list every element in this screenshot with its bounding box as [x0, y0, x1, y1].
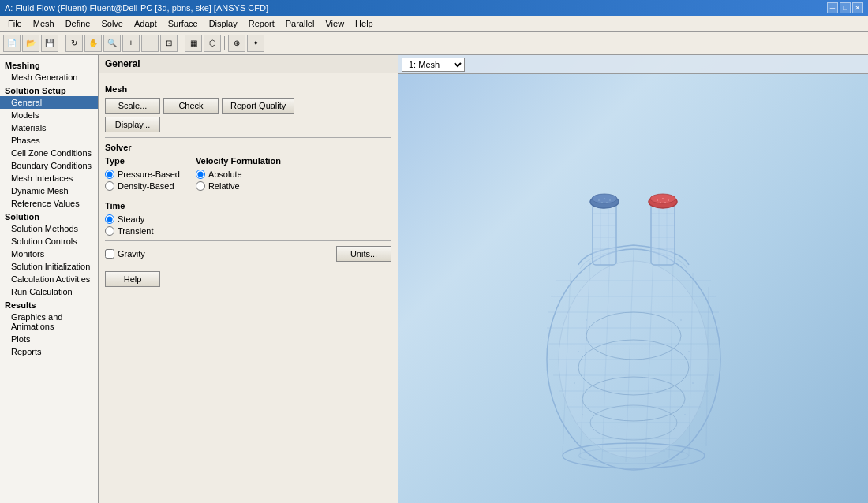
- svg-point-62: [582, 414, 583, 415]
- absolute-label: Absolute: [208, 170, 242, 179]
- gravity-checkbox[interactable]: [105, 249, 114, 259]
- open-btn[interactable]: 📂: [22, 35, 39, 52]
- density-based-option[interactable]: Density-Based: [105, 181, 180, 191]
- help-row: Help: [105, 271, 391, 287]
- maximize-button[interactable]: □: [840, 2, 851, 13]
- menu-report[interactable]: Report: [244, 18, 279, 29]
- transient-radio[interactable]: [105, 226, 114, 236]
- density-based-label: Density-Based: [118, 181, 174, 191]
- new-btn[interactable]: 📄: [3, 35, 21, 52]
- sidebar-item-phases[interactable]: Phases: [0, 134, 98, 147]
- sidebar-item-run-calc[interactable]: Run Calculation: [0, 285, 98, 298]
- pressure-based-radio[interactable]: [105, 170, 114, 179]
- sidebar-item-solution-controls[interactable]: Solution Controls: [0, 235, 98, 248]
- sidebar-item-solution-methods[interactable]: Solution Methods: [0, 222, 98, 235]
- svg-rect-33: [651, 202, 675, 265]
- menu-display[interactable]: Display: [204, 18, 242, 29]
- absolute-option[interactable]: Absolute: [196, 170, 281, 179]
- menu-adapt[interactable]: Adapt: [129, 18, 162, 29]
- menu-define[interactable]: Define: [61, 18, 95, 29]
- sidebar-item-graphics[interactable]: Graphics and Animations: [0, 311, 98, 333]
- transient-label: Transient: [118, 226, 153, 236]
- solution-setup-header: Solution Setup: [0, 84, 98, 96]
- viewport: 1: Mesh: [398, 55, 868, 503]
- select-btn[interactable]: ⊕: [228, 35, 245, 52]
- menu-view[interactable]: View: [320, 18, 349, 29]
- density-based-radio[interactable]: [105, 181, 114, 191]
- sidebar-item-materials[interactable]: Materials: [0, 121, 98, 134]
- pressure-based-option[interactable]: Pressure-Based: [105, 170, 180, 179]
- steady-option[interactable]: Steady: [105, 214, 391, 224]
- svg-point-44: [609, 199, 611, 201]
- svg-point-52: [660, 202, 661, 203]
- mesh-viewport: [398, 74, 868, 503]
- menu-surface[interactable]: Surface: [163, 18, 203, 29]
- sidebar-item-mesh-generation[interactable]: Mesh Generation: [0, 71, 98, 84]
- report-quality-button[interactable]: Report Quality: [222, 98, 294, 114]
- probe-btn[interactable]: ✦: [247, 35, 264, 52]
- main-layout: Meshing Mesh Generation Solution Setup G…: [0, 55, 868, 503]
- transient-option[interactable]: Transient: [105, 226, 391, 236]
- absolute-radio[interactable]: [196, 170, 205, 179]
- sidebar-item-reference-values[interactable]: Reference Values: [0, 197, 98, 210]
- sidebar-item-monitors[interactable]: Monitors: [0, 248, 98, 260]
- sidebar-item-models[interactable]: Models: [0, 109, 98, 121]
- left-panel: Meshing Mesh Generation Solution Setup G…: [0, 55, 99, 503]
- close-button[interactable]: ✕: [852, 2, 863, 13]
- svg-point-43: [604, 198, 605, 199]
- zoom-out-btn[interactable]: −: [141, 35, 159, 52]
- fit-btn[interactable]: ⊡: [160, 35, 178, 52]
- type-column: Type Pressure-Based Density-Based: [105, 156, 180, 191]
- wire-btn[interactable]: ⬡: [204, 35, 221, 52]
- relative-option[interactable]: Relative: [196, 181, 281, 191]
- center-panel: General Mesh Scale... Check Report Quali…: [99, 55, 398, 503]
- svg-point-46: [606, 202, 608, 203]
- relative-radio[interactable]: [196, 181, 205, 191]
- sidebar-item-dynamic-mesh[interactable]: Dynamic Mesh: [0, 184, 98, 197]
- sidebar-item-plots[interactable]: Plots: [0, 333, 98, 345]
- svg-point-60: [574, 382, 575, 384]
- sidebar-item-boundary[interactable]: Boundary Conditions: [0, 159, 98, 172]
- svg-point-50: [662, 198, 664, 199]
- rotate-btn[interactable]: ↻: [65, 35, 83, 52]
- menu-help[interactable]: Help: [350, 18, 378, 29]
- check-button[interactable]: Check: [163, 98, 219, 114]
- display-button[interactable]: Display...: [105, 117, 160, 132]
- type-label: Type: [105, 156, 180, 166]
- solution-header: Solution: [0, 210, 98, 222]
- svg-point-53: [664, 202, 666, 203]
- sidebar-item-mesh-interfaces[interactable]: Mesh Interfaces: [0, 172, 98, 184]
- time-column: Steady Transient: [105, 214, 391, 236]
- help-button[interactable]: Help: [105, 271, 160, 287]
- sidebar-item-reports[interactable]: Reports: [0, 345, 98, 358]
- viewport-select[interactable]: 1: Mesh: [402, 58, 465, 72]
- svg-point-51: [668, 199, 669, 201]
- sep1: [62, 36, 62, 50]
- zoom-in-btn[interactable]: +: [122, 35, 140, 52]
- menu-solve[interactable]: Solve: [96, 18, 128, 29]
- menu-mesh[interactable]: Mesh: [28, 18, 59, 29]
- sep3: [224, 36, 225, 50]
- units-button[interactable]: Units...: [336, 246, 391, 262]
- menu-file[interactable]: File: [3, 18, 27, 29]
- save-btn[interactable]: 💾: [41, 35, 58, 52]
- steady-radio[interactable]: [105, 214, 114, 224]
- gravity-option[interactable]: Gravity: [105, 249, 145, 259]
- velocity-column: Velocity Formulation Absolute Relative: [196, 156, 281, 191]
- pan-btn[interactable]: ✋: [84, 35, 102, 52]
- viewport-toolbar: 1: Mesh: [398, 55, 868, 74]
- sidebar-item-solution-init[interactable]: Solution Initialization: [0, 260, 98, 273]
- sidebar-item-cell-zone[interactable]: Cell Zone Conditions: [0, 147, 98, 159]
- mesh-view-btn[interactable]: ▦: [185, 35, 202, 52]
- menu-parallel[interactable]: Parallel: [281, 18, 320, 29]
- zoom-btn[interactable]: 🔍: [103, 35, 121, 52]
- scale-button[interactable]: Scale...: [105, 98, 160, 114]
- title-bar: A: Fluid Flow (Fluent) Fluent@Dell-PC [3…: [0, 0, 868, 16]
- mesh-buttons-row1: Scale... Check Report Quality: [105, 98, 391, 114]
- sidebar-item-general[interactable]: General: [0, 96, 98, 109]
- svg-point-57: [680, 319, 682, 321]
- sidebar-item-calc-activities[interactable]: Calculation Activities: [0, 273, 98, 285]
- mesh-visualization: [523, 91, 744, 486]
- toolbar: 📄 📂 💾 ↻ ✋ 🔍 + − ⊡ ▦ ⬡ ⊕ ✦: [0, 32, 868, 55]
- minimize-button[interactable]: ─: [827, 2, 838, 13]
